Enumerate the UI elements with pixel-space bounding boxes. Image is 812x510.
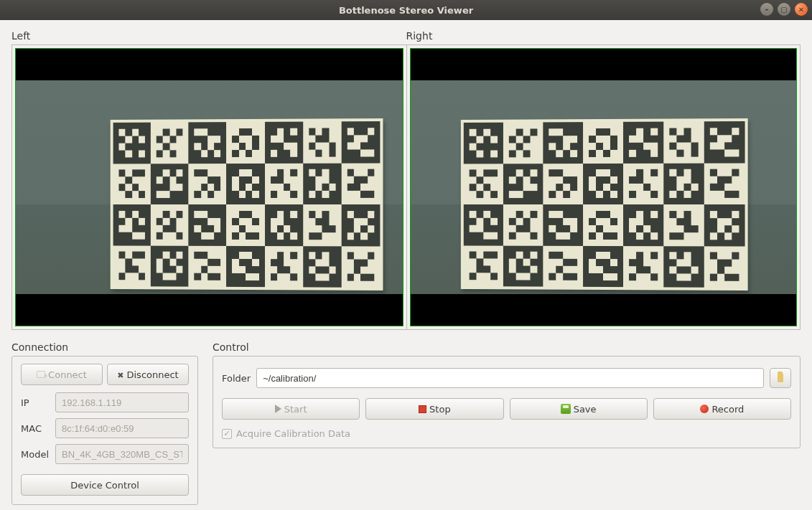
save-button[interactable]: Save <box>510 398 648 420</box>
connect-icon <box>37 371 45 378</box>
mac-label: MAC <box>21 423 50 434</box>
maximize-button[interactable]: ▢ <box>778 3 790 16</box>
record-label: Record <box>711 404 744 415</box>
model-field[interactable] <box>55 444 189 464</box>
connection-label: Connection <box>11 341 198 353</box>
close-button[interactable]: ✕ <box>795 3 808 16</box>
window-controls: – ▢ ✕ <box>760 3 808 16</box>
titlebar: Bottlenose Stereo Viewer – ▢ ✕ <box>0 0 812 20</box>
control-group: Folder Start Stop <box>213 356 801 448</box>
calibration-board-right <box>461 118 748 291</box>
device-control-button[interactable]: Device Control <box>21 474 189 496</box>
control-label: Control <box>213 341 801 353</box>
connect-button[interactable]: Connect <box>21 364 103 385</box>
connection-group: Connect Disconnect IP MAC Model <box>11 356 198 505</box>
ip-field[interactable] <box>55 392 189 412</box>
right-view-label: Right <box>406 30 801 42</box>
left-view-label: Left <box>11 30 406 42</box>
record-button[interactable]: Record <box>653 398 791 420</box>
calibration-board-left <box>111 118 383 291</box>
window-title: Bottlenose Stereo Viewer <box>339 5 473 16</box>
right-view-frame <box>406 44 801 330</box>
acquire-label: Acquire Calibration Data <box>236 428 350 439</box>
left-camera-view <box>15 48 403 326</box>
disconnect-button[interactable]: Disconnect <box>107 364 189 385</box>
stop-label: Stop <box>429 404 451 415</box>
record-icon <box>700 405 709 413</box>
play-icon <box>275 405 281 413</box>
left-view-frame <box>11 44 406 330</box>
disconnect-icon <box>117 369 123 380</box>
device-control-label: Device Control <box>70 480 139 491</box>
save-label: Save <box>574 404 597 415</box>
acquire-checkbox[interactable]: ✓ <box>222 429 232 439</box>
folder-input[interactable] <box>256 368 764 388</box>
folder-icon <box>778 374 783 382</box>
folder-label: Folder <box>222 373 251 384</box>
disconnect-label: Disconnect <box>127 369 179 380</box>
save-icon <box>561 404 571 414</box>
stop-button[interactable]: Stop <box>365 398 503 420</box>
stop-icon <box>419 405 426 413</box>
browse-folder-button[interactable] <box>770 368 791 388</box>
right-camera-view <box>410 48 798 326</box>
mac-field[interactable] <box>55 418 189 438</box>
acquire-checkbox-row[interactable]: ✓ Acquire Calibration Data <box>222 428 791 439</box>
model-label: Model <box>21 449 50 460</box>
ip-label: IP <box>21 397 50 408</box>
start-label: Start <box>284 404 307 415</box>
start-button[interactable]: Start <box>222 398 360 420</box>
connect-label: Connect <box>48 369 87 380</box>
minimize-button[interactable]: – <box>760 3 773 16</box>
